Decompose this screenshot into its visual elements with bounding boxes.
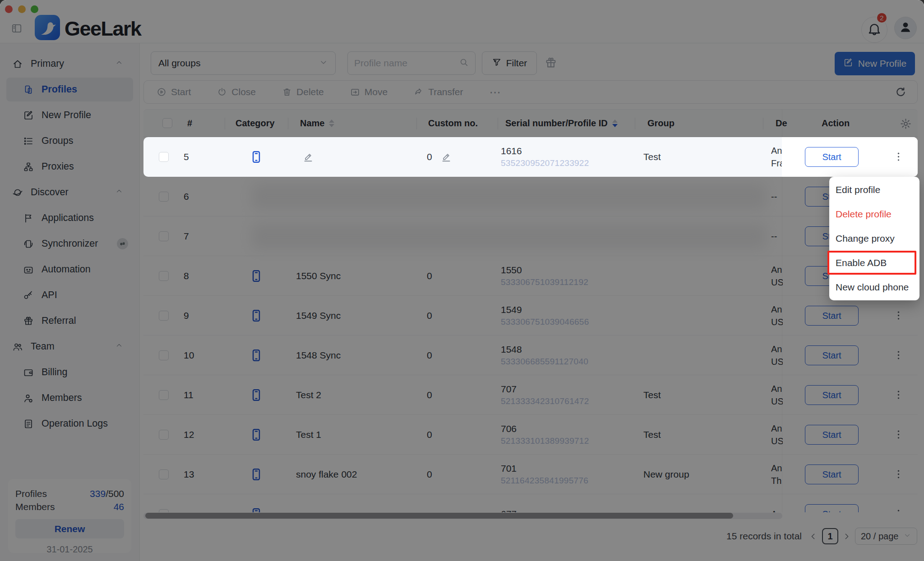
row-context-menu: Edit profileDelete profileChange proxyEn… <box>829 177 919 300</box>
serial-number: 1616 <box>501 146 589 156</box>
serial-profile-id: 1616535230952071233922 <box>501 137 589 177</box>
context-menu-item-new-cloud-phone[interactable]: New cloud phone <box>829 275 919 299</box>
phone-icon <box>249 150 263 164</box>
row-number: 5 <box>184 137 189 177</box>
table-row[interactable]: 501616535230952071233922TestAnFraStart <box>143 137 918 177</box>
geelark-window: GeeLark 2 PrimaryProfilesNew ProfileGrou… <box>0 0 924 561</box>
smartphone-icon <box>249 150 263 166</box>
dim-overlay <box>0 0 924 561</box>
device-text: An <box>771 144 783 157</box>
edit-name-button[interactable] <box>302 151 314 165</box>
context-menu-item-delete-profile[interactable]: Delete profile <box>829 202 919 226</box>
kebab-icon <box>892 151 905 163</box>
context-menu-item-edit-profile[interactable]: Edit profile <box>829 178 919 202</box>
row-more-menu-button[interactable] <box>892 151 905 165</box>
row-checkbox[interactable] <box>159 152 169 162</box>
edit-custom-number-button[interactable] <box>440 151 452 165</box>
group-name: Test <box>643 137 661 177</box>
pencil-icon <box>440 151 452 163</box>
profile-id: 535230952071233922 <box>501 158 589 168</box>
custom-number: 0 <box>427 137 432 177</box>
start-button[interactable]: Start <box>805 147 859 167</box>
context-menu-item-change-proxy[interactable]: Change proxy <box>829 226 919 251</box>
device-text: Fra <box>771 157 783 170</box>
device-cell: AnFra <box>771 137 783 177</box>
pencil-icon <box>302 151 314 163</box>
enable-adb-highlight-box <box>827 251 916 275</box>
